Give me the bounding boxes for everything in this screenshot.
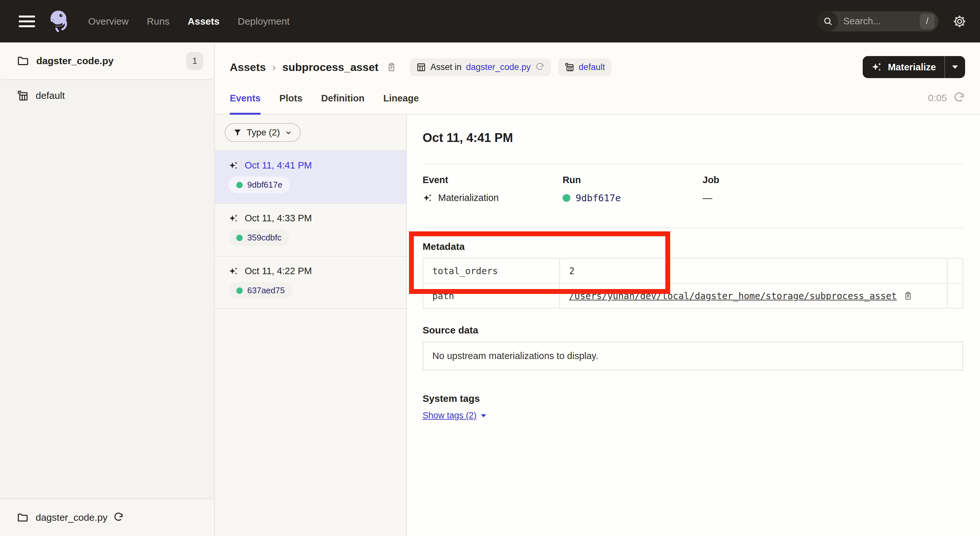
- search-placeholder: Search...: [843, 16, 920, 27]
- materialization-sparkle-icon: [229, 161, 239, 171]
- event-list-item[interactable]: Oct 11, 4:22 PM 637aed75: [215, 256, 406, 309]
- settings-gear-icon[interactable]: [952, 14, 967, 29]
- event-detail-panel: Oct 11, 4:41 PM Event: [407, 115, 980, 536]
- reload-icon[interactable]: [535, 62, 544, 72]
- events-filter-bar: Type (2): [215, 115, 406, 150]
- asset-page-header: Assets › subprocess_asset: [215, 43, 980, 78]
- materialization-sparkle-icon: [229, 266, 239, 277]
- events-list-panel: Type (2): [215, 115, 407, 536]
- nav-item-runs[interactable]: Runs: [147, 16, 170, 27]
- run-pill[interactable]: 359cdbfc: [229, 229, 290, 246]
- sidebar-footer-code-location[interactable]: dagster_code.py: [0, 498, 214, 536]
- asset-group-tag[interactable]: default: [558, 58, 611, 76]
- sidebar-item-code-location[interactable]: dagster_code.py 1: [0, 43, 214, 80]
- materialize-button[interactable]: Materialize: [863, 56, 944, 78]
- run-id-link[interactable]: 9dbf617e: [247, 180, 282, 190]
- search-shortcut-badge: /: [920, 14, 935, 29]
- filter-funnel-icon: [233, 128, 242, 137]
- event-detail-title: Oct 11, 4:41 PM: [423, 131, 963, 145]
- show-tags-toggle[interactable]: Show tags (2): [423, 410, 487, 421]
- event-timestamp-link[interactable]: Oct 11, 4:41 PM: [245, 160, 312, 171]
- source-data-empty-state: No upstream materializations to display.: [423, 342, 963, 371]
- metadata-row-end: [947, 259, 963, 283]
- system-tags-heading: System tags: [423, 393, 963, 404]
- code-location-tag[interactable]: Asset in dagster_code.py: [410, 58, 551, 76]
- metadata-key: path: [423, 284, 559, 308]
- source-data-heading: Source data: [423, 325, 963, 336]
- left-sidebar: dagster_code.py 1 default dagster_code.p…: [0, 43, 215, 536]
- run-id-link[interactable]: 9dbf617e: [576, 192, 621, 204]
- asset-group-icon: [416, 62, 426, 72]
- nav-item-assets[interactable]: Assets: [188, 16, 220, 27]
- type-filter-button[interactable]: Type (2): [224, 123, 301, 142]
- refresh-timer: 0:05: [928, 81, 965, 114]
- run-pill[interactable]: 9dbf617e: [229, 177, 290, 193]
- tab-events[interactable]: Events: [230, 81, 261, 114]
- sidebar-item-label: default: [36, 90, 65, 101]
- tag-prefix: Asset in: [430, 62, 461, 72]
- breadcrumb: Assets › subprocess_asset: [230, 61, 397, 73]
- tab-lineage[interactable]: Lineage: [383, 81, 419, 114]
- tab-plots[interactable]: Plots: [279, 81, 302, 114]
- materialization-sparkle-icon: [229, 213, 239, 224]
- caret-down-icon: [951, 65, 959, 69]
- copy-path-icon[interactable]: [903, 291, 913, 301]
- sidebar-count-badge: 1: [186, 52, 203, 70]
- nav-item-deployment[interactable]: Deployment: [237, 16, 290, 27]
- run-column-label: Run: [563, 175, 703, 185]
- materialize-split-button: Materialize: [863, 56, 965, 78]
- copy-asset-name-icon[interactable]: [386, 62, 397, 72]
- asset-group-link[interactable]: default: [579, 62, 605, 72]
- metadata-row-end: [947, 284, 963, 308]
- event-column-label: Event: [423, 175, 563, 185]
- metadata-value: 2: [569, 266, 574, 277]
- metadata-row: path /Users/yuhan/dev/local/dagster_home…: [423, 283, 963, 308]
- run-id-link[interactable]: 637aed75: [247, 286, 285, 296]
- code-location-link[interactable]: dagster_code.py: [466, 62, 531, 72]
- materialization-sparkle-icon: [871, 61, 883, 73]
- metadata-row: total_orders 2: [423, 259, 963, 283]
- chevron-down-icon: [285, 129, 292, 137]
- asset-tabs: Events Plots Definition Lineage 0:05: [215, 81, 980, 115]
- event-timestamp-link[interactable]: Oct 11, 4:33 PM: [245, 213, 312, 224]
- metadata-heading: Metadata: [423, 241, 963, 252]
- nav-item-overview[interactable]: Overview: [88, 16, 129, 27]
- hamburger-menu-icon[interactable]: [19, 16, 35, 27]
- event-list-item[interactable]: Oct 11, 4:41 PM 9dbf617e: [215, 150, 406, 203]
- metadata-table: total_orders 2 path /Users/yuhan/dev/loc…: [423, 258, 963, 309]
- type-filter-label: Type (2): [247, 127, 280, 138]
- reload-code-location-icon[interactable]: [113, 512, 124, 523]
- asset-tags: Asset in dagster_code.py default: [410, 58, 611, 76]
- tab-definition[interactable]: Definition: [321, 81, 364, 114]
- event-timestamp-link[interactable]: Oct 11, 4:22 PM: [245, 266, 312, 277]
- event-summary-grid: Event Materialization: [423, 175, 963, 204]
- folder-icon: [17, 55, 29, 67]
- dagster-logo[interactable]: [45, 8, 73, 35]
- job-empty-value: —: [703, 192, 712, 204]
- materialization-sparkle-icon: [423, 193, 433, 203]
- page-title: subprocess_asset: [282, 61, 379, 73]
- breadcrumb-separator: ›: [272, 61, 276, 73]
- search-input[interactable]: Search... /: [818, 11, 939, 32]
- asset-group-icon: [17, 90, 29, 102]
- main-content: Assets › subprocess_asset: [215, 43, 980, 536]
- run-id-link[interactable]: 359cdbfc: [247, 233, 282, 243]
- search-icon: [818, 11, 838, 32]
- metadata-path-link[interactable]: /Users/yuhan/dev/local/dagster_home/stor…: [569, 291, 897, 301]
- run-pill[interactable]: 637aed75: [229, 282, 293, 299]
- run-status-dot: [563, 194, 570, 202]
- metadata-key: total_orders: [423, 259, 559, 283]
- show-tags-label: Show tags (2): [423, 410, 477, 421]
- sidebar-item-default-group[interactable]: default: [0, 80, 214, 111]
- event-list-item[interactable]: Oct 11, 4:33 PM 359cdbfc: [215, 203, 406, 256]
- asset-group-icon: [565, 62, 574, 72]
- materialize-dropdown-button[interactable]: [945, 56, 965, 78]
- run-status-dot: [236, 235, 243, 241]
- event-type-value: Materialization: [438, 192, 499, 203]
- breadcrumb-assets-link[interactable]: Assets: [230, 61, 266, 73]
- run-status-dot: [236, 182, 243, 188]
- materialize-label: Materialize: [888, 62, 936, 73]
- refresh-icon[interactable]: [953, 92, 965, 104]
- nav-links: Overview Runs Assets Deployment: [88, 16, 290, 27]
- top-nav: Overview Runs Assets Deployment Search..…: [0, 0, 980, 43]
